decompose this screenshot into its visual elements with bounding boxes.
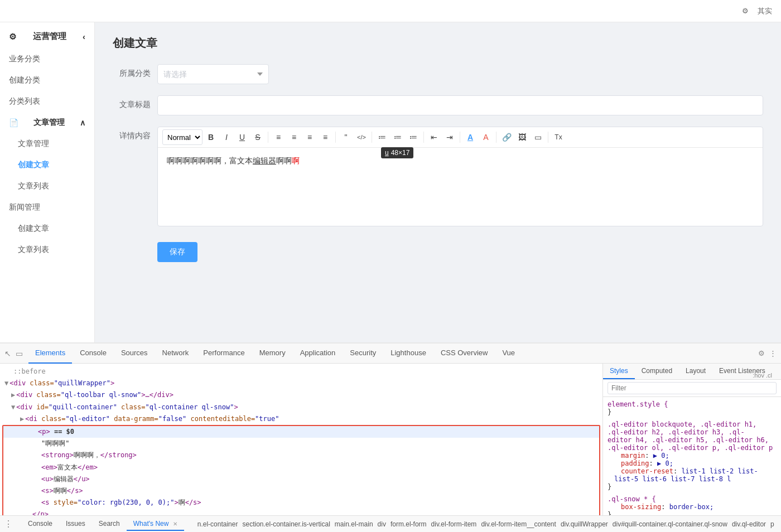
bottom-dots-icon[interactable]: ⋮ [4,520,12,528]
toolbar-divider-4 [423,132,424,143]
sidebar-item-create-article[interactable]: 创建文章 [0,154,94,176]
link-button[interactable]: 🔗 [499,130,514,144]
align-justify-button[interactable]: ≡ [318,130,332,144]
tab-css-overview[interactable]: CSS Overview [434,344,495,364]
tab-vue[interactable]: Vue [495,344,522,364]
dom-line-editor[interactable]: ▶ <di class="ql-editor" data-gramm="fals… [0,413,602,425]
breadcrumb-item[interactable]: div [378,520,386,528]
ordered-list-button[interactable]: ≔ [375,130,389,144]
breadcrumb-item[interactable]: main.el-main [335,520,373,528]
bottom-tab-search[interactable]: Search [92,518,127,531]
sidebar-item-business[interactable]: 业务分类 [0,49,94,70]
sidebar-item-news-mgmt[interactable]: 新闻管理 [0,197,94,218]
video-button[interactable]: ▭ [531,130,545,144]
bold-button[interactable]: B [204,130,218,144]
sidebar-item-create-category[interactable]: 创建分类 [0,70,94,91]
settings-icon[interactable]: ⚙ [742,7,749,15]
title-input[interactable] [157,95,763,115]
breadcrumb-item[interactable]: n.el-container [197,520,238,528]
indent-button[interactable]: ⇥ [442,130,457,144]
pseudo-toggle[interactable]: :hov .cl [753,372,772,379]
sidebar-item-create-news[interactable]: 创建文章 [0,218,94,239]
breadcrumb-item[interactable]: p [770,520,774,528]
bottom-tab-whats-new[interactable]: What's New ✕ [127,518,184,531]
bottom-bar-tabs: Console Issues Search What's New ✕ [21,518,184,531]
bottom-tab-console[interactable]: Console [21,518,59,531]
devtools-more-icon[interactable]: ⋮ [769,349,777,357]
tab-network[interactable]: Network [156,344,196,364]
bottom-tab-issues[interactable]: Issues [59,518,92,531]
tab-performance[interactable]: Performance [196,344,251,364]
dom-line-u[interactable]: <u>编辑器</u> [3,473,599,485]
clean-button[interactable]: Tx [551,130,566,144]
dom-line-quillwrapper[interactable]: ▼ <div class="quillWrapper"> [0,378,602,389]
underline-button[interactable]: U [235,130,249,144]
top-bar-right: ⚙ 其实 [742,6,772,16]
devtools-window-icon[interactable]: ▭ [16,349,23,358]
indent-list-button[interactable]: ≔ [406,130,421,144]
sidebar-tab-styles[interactable]: Styles [603,364,635,379]
tab-sources[interactable]: Sources [114,344,155,364]
breadcrumb-item[interactable]: div#quill-container.ql-container.ql-snow [613,520,727,528]
sidebar-item-article-list[interactable]: 文章列表 [0,176,94,197]
dom-highlighted-block: <p> == $0 "啊啊啊" <strong>啊啊啊，</strong> <e… [2,425,600,515]
dom-line-container[interactable]: ▼ <div id="quill-container" class="ql-co… [0,402,602,413]
save-button[interactable]: 保存 [157,242,197,262]
whats-new-close[interactable]: ✕ [173,521,177,527]
color-button[interactable]: A [463,130,478,144]
devtools-pointer-icon[interactable]: ↖ [4,349,11,358]
strike-button[interactable]: S [250,130,265,144]
tab-elements[interactable]: Elements [28,344,72,364]
devtools-settings-icon[interactable]: ⚙ [758,349,765,357]
sidebar-tab-computed[interactable]: Computed [635,364,679,379]
breadcrumb-item[interactable]: div.ql-editor [732,520,766,528]
sidebar-item-category-list[interactable]: 分类列表 [0,91,94,112]
align-center-button[interactable]: ≡ [287,130,301,144]
breadcrumb-item[interactable]: div.el-form-item__content [481,520,556,528]
breadcrumb-item[interactable]: section.el-container.is-vertical [242,520,330,528]
blockquote-button[interactable]: " [339,130,353,144]
dom-line-close-p: </p> [3,509,599,515]
editor-text-red: 啊 [292,156,300,165]
devtools-sidebar-right: Styles Computed Layout Event Listeners :… [602,364,781,515]
tab-application[interactable]: Application [293,344,343,364]
editor-toolbar: Normal B I U S ≡ ≡ ≡ ≡ " </> [158,127,763,148]
bullet-list-button[interactable]: ≔ [390,130,405,144]
editor-container: Normal B I U S ≡ ≡ ≡ ≡ " </> [157,127,763,226]
breadcrumb-item[interactable]: form.el-form [390,520,427,528]
italic-button[interactable]: I [219,130,234,144]
dom-line-p[interactable]: <p> == $0 [3,426,599,438]
dom-line-toolbar[interactable]: ▶ <div class="ql-toolbar ql-snow">…</div… [0,389,602,401]
sidebar-section-arrow[interactable]: ∧ [80,118,85,127]
sidebar-item-article-mgmt[interactable]: 文章管理 [0,133,94,154]
tab-security[interactable]: Security [343,344,383,364]
align-left-button[interactable]: ≡ [271,130,286,144]
toolbar-divider-6 [496,132,496,143]
editor-text-underline: 编辑器 [253,156,276,165]
breadcrumb-item[interactable]: div.quillWrapper [561,520,608,528]
align-right-button[interactable]: ≡ [302,130,317,144]
dom-line-strong[interactable]: <strong>啊啊啊，</strong> [3,449,599,461]
sidebar-collapse-icon[interactable]: ‹ [83,32,85,41]
dom-line-s1[interactable]: <s>啊啊</s> [3,485,599,497]
outdent-button[interactable]: ⇤ [427,130,441,144]
title-label: 文章标题 [113,95,157,110]
filter-input[interactable] [608,382,777,394]
dom-line-em[interactable]: <em>富文本</em> [3,462,599,473]
sidebar-item-news-list[interactable]: 文章列表 [0,239,94,260]
sidebar-icon: ⚙ [9,32,16,42]
breadcrumb-item[interactable]: div.el-form-item [431,520,477,528]
tab-lighthouse[interactable]: Lighthouse [384,344,433,364]
sidebar-tab-layout[interactable]: Layout [679,364,712,379]
category-select[interactable]: 请选择 [157,64,269,84]
code-button[interactable]: </> [354,130,369,144]
tab-console[interactable]: Console [73,344,113,364]
image-button[interactable]: 🖼 [515,130,529,144]
editor-content[interactable]: 啊啊啊啊啊啊啊，富文本编辑器啊啊啊 [158,148,763,226]
sidebar-title: 运营管理 [33,31,66,42]
dom-panel: ::before ▼ <div class="quillWrapper"> ▶ … [0,364,602,515]
tab-memory[interactable]: Memory [253,344,292,364]
dom-line-s2[interactable]: <s style="color: rgb(230, 0, 0);">啊</s> [3,497,599,509]
bg-color-button[interactable]: A [479,130,493,144]
format-select[interactable]: Normal [162,129,203,145]
